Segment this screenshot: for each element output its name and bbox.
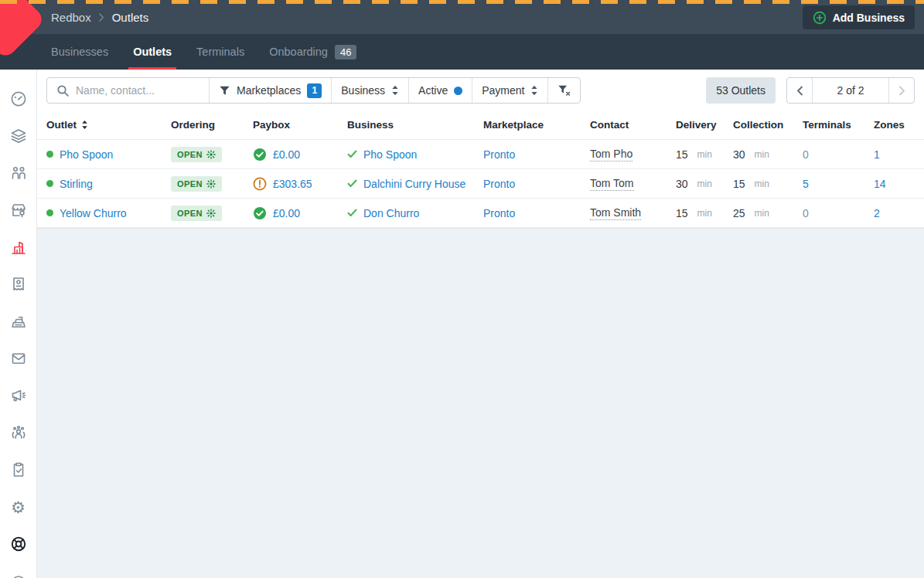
outlet-cell: Yellow Churro [46,207,171,219]
online-status-dot-icon [46,180,53,187]
outlet-link[interactable]: Yellow Churro [60,207,127,219]
collection-cell: 30min [733,148,803,161]
breadcrumb-chevron-icon [99,13,104,22]
tab-onboarding[interactable]: Onboarding 46 [269,34,356,70]
zones-cell: 2 [874,207,924,219]
reports-chart-icon[interactable] [9,238,28,257]
zones-cell: 1 [874,148,924,161]
column-header-business: Business [347,119,483,131]
active-filter-button[interactable]: Active [409,78,472,103]
business-link[interactable]: Pho Spoon [363,148,417,161]
payment-sort-label: Payment [482,84,524,97]
outlet-link[interactable]: Pho Spoon [60,148,113,161]
contact-link[interactable]: Tom Pho [590,148,632,162]
tab-onboarding-label: Onboarding [269,46,328,58]
search-box[interactable] [47,78,210,103]
ordering-open-badge: OPEN [171,147,222,162]
support-lifebuoy-icon[interactable] [9,535,28,553]
outlet-link[interactable]: Stirling [60,178,93,190]
zones-count-link[interactable]: 1 [874,148,880,161]
marketplace-link[interactable]: Pronto [483,148,515,161]
table-header-row: Outlet Ordering Paybox Business Marketpl… [37,110,924,140]
settings-gear-icon[interactable]: ⚙ [9,498,28,516]
outlet-cell: Stirling [46,178,171,190]
zones-count-link[interactable]: 14 [874,178,886,190]
contact-cell: Tom Pho [590,148,676,162]
sort-arrows-icon [81,120,88,130]
column-header-collection: Collection [733,119,803,131]
search-icon [56,84,70,97]
dashboard-gauge-icon[interactable] [9,90,28,108]
delivery-cell: 15min [676,148,733,161]
business-link[interactable]: Don Churro [363,207,419,219]
column-header-marketplace: Marketplace [483,119,590,131]
business-sort-button[interactable]: Business [332,78,409,103]
tasks-clipboard-icon[interactable] [9,461,28,479]
prev-page-button[interactable] [787,78,812,103]
marketplaces-filter-label: Marketplaces [237,84,301,97]
column-header-contact: Contact [590,119,676,131]
add-business-button[interactable]: Add Business [803,5,915,29]
marketplaces-filter-button[interactable]: Marketplaces 1 [210,78,332,103]
partners-people-icon[interactable] [9,164,28,182]
breadcrumb-root[interactable]: Redbox [51,11,91,24]
ordering-cell: OPEN [171,176,253,192]
tab-terminals[interactable]: Terminals [196,34,244,70]
payment-sort-button[interactable]: Payment [472,78,548,103]
table-body: Pho Spoon OPEN £0.00 Pho Spoon Pronto To… [37,140,924,228]
clear-filters-button[interactable] [548,78,580,103]
outlet-cell: Pho Spoon [46,148,171,161]
marketplace-link[interactable]: Pronto [483,178,515,190]
tab-terminals-label: Terminals [196,46,244,58]
ordering-cell: OPEN [171,206,253,221]
zones-count-link[interactable]: 2 [874,207,880,219]
users-group-icon[interactable] [9,423,28,442]
next-page-button[interactable] [889,78,914,103]
terminals-count[interactable]: 0 [803,207,809,219]
tab-bar: Businesses Outlets Terminals Onboarding … [0,34,924,70]
warning-circle-icon [253,177,267,191]
column-header-paybox: Paybox [253,119,347,131]
contact-cell: Tom Smith [590,206,676,220]
online-status-dot-icon [46,209,53,216]
paybox-cell: £0.00 [253,206,347,220]
online-status-dot-icon [46,151,53,158]
business-link[interactable]: Dalchini Curry House [363,178,465,190]
business-cell: Don Churro [347,207,483,219]
breadcrumb: Redbox Outlets [51,0,148,34]
paybox-cell: £303.65 [253,177,347,191]
contact-link[interactable]: Tom Tom [590,177,634,191]
terminals-count[interactable]: 0 [803,148,809,161]
layers-icon[interactable] [9,127,28,145]
column-header-outlet[interactable]: Outlet [46,119,171,131]
tab-businesses[interactable]: Businesses [51,34,108,70]
column-header-zones: Zones [874,119,924,131]
contact-link[interactable]: Tom Smith [590,206,641,220]
column-header-terminals: Terminals [803,119,874,131]
contacts-receipt-icon[interactable] [9,275,28,294]
search-input[interactable] [76,84,199,97]
add-business-label: Add Business [833,12,905,24]
sort-arrows-icon [391,85,399,96]
paybox-amount-link[interactable]: £0.00 [273,148,300,161]
active-status-dot-icon [454,87,462,95]
main-content: Marketplaces 1 Business Active Payment [37,70,924,578]
paybox-amount-link[interactable]: £303.65 [273,178,312,190]
marketplace-link[interactable]: Pronto [483,207,515,219]
messages-envelope-icon[interactable] [9,349,28,368]
column-header-delivery: Delivery [676,119,733,131]
pagination: 2 of 2 [786,77,915,104]
till-register-icon[interactable] [9,312,28,331]
tab-outlets[interactable]: Outlets [133,34,172,70]
check-icon [347,150,357,158]
funnel-icon [219,85,230,97]
terminals-count-link[interactable]: 5 [803,178,809,190]
environment-stripe [0,0,924,4]
announcements-megaphone-icon[interactable] [9,386,28,405]
marketplace-cell: Pronto [483,178,590,190]
check-icon [347,209,357,217]
account-circle-icon[interactable] [9,572,28,578]
paybox-amount-link[interactable]: £0.00 [273,207,300,219]
zones-cell: 14 [874,178,924,190]
storefront-location-icon[interactable] [9,201,28,219]
